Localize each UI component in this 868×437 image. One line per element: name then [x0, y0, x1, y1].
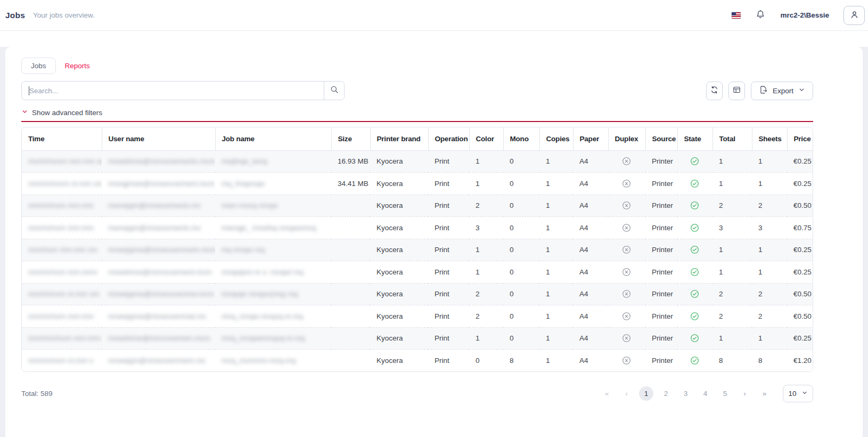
notifications-bell-icon[interactable]: [755, 9, 766, 22]
table-row[interactable]: mm/m/mxm mm:mmmwnejqm@mnwoxmwnls.mcmwnqj…: [22, 217, 813, 239]
cell-brand: Kyocera: [370, 305, 428, 328]
tab-reports[interactable]: Reports: [56, 58, 99, 74]
column-header-sheets[interactable]: Sheets: [752, 127, 787, 150]
cell-state: [677, 173, 713, 195]
cell-source: Printer: [645, 150, 677, 173]
column-header-state[interactable]: State: [677, 127, 713, 150]
table-row[interactable]: mm/mxm mm:mm xmmnwejqmw@mnwoxemnwm.mcmmq…: [22, 239, 813, 261]
cell-sheets: 1: [752, 173, 787, 195]
username-label[interactable]: mrc2-2\Bessie: [780, 11, 829, 19]
table-row[interactable]: mm/mm/mxm mm:mm xmxwelmne@mnrovxemwn.mcm…: [22, 327, 813, 350]
column-header-price[interactable]: Price: [787, 127, 813, 150]
column-header-printer-brand[interactable]: Printer brand: [370, 127, 428, 150]
cell-paper: A4: [573, 173, 608, 195]
redacted-text: mx/m/mxxm mm:mm xm: [28, 157, 102, 165]
language-flag-icon[interactable]: [732, 12, 741, 19]
cell-state: [677, 195, 713, 217]
page-size-select[interactable]: 10: [783, 385, 813, 402]
cell-price: €0.25: [787, 150, 813, 173]
cell-copies: 1: [539, 150, 573, 173]
state-success-icon: [690, 334, 706, 343]
pagination-page-5[interactable]: 5: [715, 390, 735, 398]
cell-total: 1: [713, 173, 752, 195]
cell-color: 1: [469, 261, 503, 284]
tab-jobs[interactable]: Jobs: [21, 58, 56, 74]
column-header-copies[interactable]: Copies: [539, 127, 573, 150]
page-subtitle: Your jobs overview.: [33, 11, 95, 19]
cell-user-blurred: mwnejqm@mnwoxmwnls.mc: [102, 217, 215, 239]
column-header-mono[interactable]: Mono: [503, 127, 539, 150]
state-success-icon: [690, 201, 706, 210]
table-row[interactable]: mm/m/mxm mm:mmxmxwelmne@mnrovxemwnl.mcmm…: [22, 261, 813, 284]
pagination-next-button[interactable]: ›: [735, 390, 755, 398]
cell-paper: A4: [573, 150, 608, 173]
page-background: Jobs Reports: [0, 47, 868, 437]
table-row[interactable]: mm/m/mxm m:mm xmnwejqm@mnwoxemnwm.mcmnq_…: [22, 350, 813, 372]
export-button[interactable]: Export: [751, 82, 813, 100]
duplex-off-icon: [622, 356, 639, 365]
column-header-paper[interactable]: Paper: [573, 127, 608, 150]
cell-copies: 1: [539, 350, 573, 372]
duplex-off-icon: [622, 289, 639, 298]
table-row[interactable]: mx/m/mxxm mm:mm xmmxwelmne@mnrovxemwnls.…: [22, 150, 813, 173]
redacted-text: mm/m/mxm mm:mm: [28, 201, 94, 209]
cell-mono: 0: [503, 195, 539, 217]
export-icon: [759, 85, 768, 96]
duplex-off-icon: [622, 312, 639, 321]
cell-state: [677, 150, 713, 173]
cell-user-blurred: mxwelmne@mnrovxemwn.mcm: [102, 327, 215, 350]
refresh-button[interactable]: [706, 82, 723, 100]
search-button[interactable]: [324, 82, 344, 100]
table-row[interactable]: mm/m/mxxm m:mm xmmneqjmwe@mnwovxemwnl.mc…: [22, 173, 813, 195]
user-menu-button[interactable]: [844, 6, 865, 25]
pagination-page-4[interactable]: 4: [695, 390, 715, 398]
cell-mono: 0: [503, 173, 539, 195]
cell-sheets: 2: [752, 283, 787, 305]
advanced-filters-toggle[interactable]: Show advanced filters: [21, 108, 102, 117]
column-header-color[interactable]: Color: [469, 127, 503, 150]
column-header-total[interactable]: Total: [713, 127, 752, 150]
jobs-card: Jobs Reports: [5, 47, 863, 437]
table-row[interactable]: mm/m/mxm mm:mmmnwejqmw@mnwoxemnwl.mcmnq_…: [22, 305, 813, 328]
cell-operation: Print: [428, 173, 469, 195]
search-icon: [330, 85, 339, 96]
table-row[interactable]: mm/m/mxm mm:mmmwnejqm@mnwoxmwnls.mcmwn-m…: [22, 195, 813, 217]
pagination-last-button[interactable]: »: [755, 390, 774, 398]
redacted-text: mnwejqmw@mnwoxemnwl.mc: [108, 312, 207, 320]
cell-user-blurred: mxwelmne@mnrovxemwnl.mcm: [102, 261, 215, 284]
cell-operation: Print: [428, 239, 469, 261]
cell-state: [677, 261, 713, 284]
cell-size: [331, 261, 370, 284]
pagination-first-button[interactable]: «: [597, 390, 617, 398]
cell-duplex: [608, 305, 645, 328]
state-success-icon: [690, 223, 706, 232]
cell-job-blurred: mnqwjem-m x- mnqwl mq: [215, 261, 331, 284]
column-header-size[interactable]: Size: [331, 127, 370, 150]
pagination-page-3[interactable]: 3: [676, 390, 695, 398]
pagination-page-1[interactable]: 1: [636, 386, 656, 401]
cell-time-blurred: mm/m/mxm mm:mm: [22, 305, 102, 328]
redacted-text: mnwejqmw@mnwovxemnw.mcm: [108, 290, 214, 298]
column-header-user-name[interactable]: User name: [102, 127, 215, 150]
cell-operation: Print: [428, 150, 469, 173]
cell-time-blurred: mm/m/mxm mm:mm: [22, 195, 102, 217]
cell-user-blurred: mnwejqm@mnwoxemnwm.mc: [102, 350, 215, 372]
columns-button[interactable]: [728, 82, 745, 100]
column-header-source[interactable]: Source: [645, 127, 677, 150]
cell-size: 16.93 MB: [331, 150, 370, 173]
column-header-operation[interactable]: Operation: [428, 127, 469, 150]
cell-color: 3: [469, 217, 503, 239]
column-header-duplex[interactable]: Duplex: [608, 127, 645, 150]
cell-total: 1: [713, 261, 752, 284]
cell-state: [677, 327, 713, 350]
search-input[interactable]: [22, 82, 324, 100]
cell-state: [677, 217, 713, 239]
column-header-job-name[interactable]: Job name: [215, 127, 331, 150]
cell-size: [331, 195, 370, 217]
redacted-text: mm/m/mxxm m:mm xm: [28, 180, 102, 188]
table-row[interactable]: mm/m/mxm m:mm xmmnwejqmw@mnwovxemnw.mcmm…: [22, 283, 813, 305]
pagination-prev-button[interactable]: ‹: [617, 390, 636, 398]
column-header-time[interactable]: Time: [22, 127, 102, 150]
cell-sheets: 2: [752, 305, 787, 328]
pagination-page-2[interactable]: 2: [656, 390, 676, 398]
